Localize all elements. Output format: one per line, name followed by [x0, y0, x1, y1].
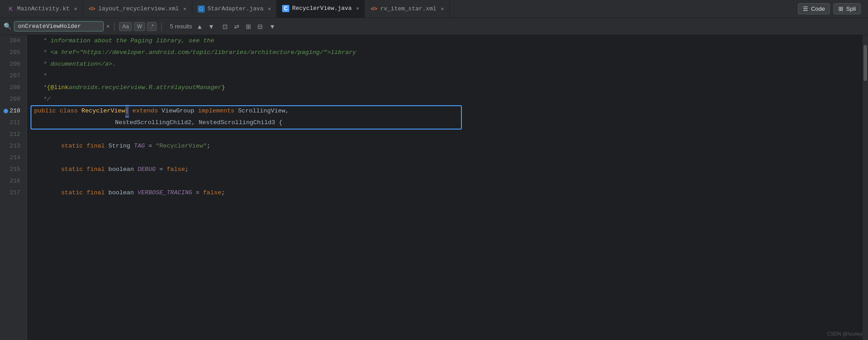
hamburger-icon: ☰: [803, 5, 808, 12]
match-case-button[interactable]: Aa: [119, 22, 132, 31]
code-line-215: static final boolean DEBUG = false ;: [34, 164, 863, 175]
regex-button[interactable]: .*: [147, 22, 157, 31]
line-206: 206: [0, 58, 23, 70]
tabs-right: ☰ Code ⊞ Spli: [798, 3, 866, 14]
whole-word-button[interactable]: W: [134, 22, 145, 31]
scrollbar-thumb[interactable]: [864, 45, 867, 81]
watermark: CSDN @hzulwy: [827, 331, 863, 336]
comment-209: */: [43, 94, 50, 105]
tab-label-recyclerview: RecyclerView.java: [292, 5, 352, 12]
code-label: Code: [811, 5, 825, 12]
filter-button[interactable]: ⊞: [244, 22, 253, 31]
tab-rv-item-star[interactable]: </> rv_item_star.xml ✕: [365, 0, 449, 18]
next-result-button[interactable]: ▼: [206, 22, 216, 31]
replace-button[interactable]: ⇄: [232, 22, 241, 31]
tabs-left: K MainActivity.kt ✕ </> layout_recyclerv…: [2, 0, 450, 18]
line-217: 217: [0, 187, 23, 199]
tab-label-rv-item-star: rv_item_star.xml: [380, 5, 436, 12]
code-line-213: static final String TAG = "RecyclerView"…: [34, 140, 863, 152]
divider-2: [161, 22, 162, 31]
line-205: 205: [0, 47, 23, 58]
line-number-gutter: 204 205 206 207 208 209 210 211 212 213 …: [0, 35, 27, 340]
close-tab-layout[interactable]: ✕: [183, 6, 186, 12]
code-view-button[interactable]: ☰ Code: [798, 3, 830, 14]
tab-main-activity[interactable]: K MainActivity.kt ✕: [2, 0, 83, 18]
comment-208: *: [43, 82, 47, 94]
close-tab-rv-item-star[interactable]: ✕: [441, 6, 444, 12]
code-line-216: [34, 175, 863, 187]
divider-1: [114, 22, 115, 31]
tab-recyclerview-java[interactable]: C RecyclerView.java ✕: [277, 0, 365, 18]
code-line-211: NestedScrollingChild2, NestedScrollingCh…: [34, 117, 863, 129]
code-line-207: *: [34, 70, 863, 82]
line-210: 210: [0, 105, 23, 117]
line-208: 208: [0, 82, 23, 94]
code-line-205: * <a href="https://developer.android.com…: [34, 47, 863, 58]
java-g-icon-star: G: [198, 5, 205, 13]
line-209: 209: [0, 94, 23, 105]
line-211: 211: [0, 117, 23, 129]
tab-layout-recyclerview[interactable]: </> layout_recyclerview.xml ✕: [83, 0, 192, 18]
code-editor[interactable]: * information about the Paging library, …: [27, 35, 863, 340]
xml-icon-rv: </>: [370, 5, 377, 13]
split-label: Spli: [846, 5, 856, 12]
comment-204: * information about the Paging library, …: [43, 35, 214, 47]
search-nav-buttons: ▲ ▼: [195, 22, 216, 31]
settings-search-button[interactable]: ⊟: [256, 22, 265, 31]
close-tab-main-activity[interactable]: ✕: [74, 6, 77, 12]
search-icon: 🔍: [4, 22, 11, 30]
split-view-button[interactable]: ⊞ Spli: [833, 3, 861, 14]
line-204: 204: [0, 35, 23, 47]
comment-207: *: [43, 70, 47, 82]
code-line-214: [34, 152, 863, 164]
tab-label-star-adapter: StarAdapter.java: [208, 5, 264, 12]
search-clear-button[interactable]: ✕: [106, 23, 110, 30]
java-c-icon-recyclerview: C: [282, 5, 289, 12]
code-line-212: [34, 129, 863, 140]
comment-205: * <a href=: [43, 47, 80, 58]
tab-label-layout: layout_recyclerview.xml: [98, 5, 179, 12]
xml-icon-layout: </>: [89, 5, 96, 13]
line-207: 207: [0, 70, 23, 82]
code-line-204: * information about the Paging library, …: [34, 35, 863, 47]
search-bar: 🔍 ✕ Aa W .* 5 results ▲ ▼ ⊡ ⇄ ⊞ ⊟ ▼: [0, 18, 868, 35]
class-name-210: RecyclerView: [81, 105, 125, 117]
line-216: 216: [0, 175, 23, 187]
editor-area: 204 205 206 207 208 209 210 211 212 213 …: [0, 35, 868, 340]
tab-bar: K MainActivity.kt ✕ </> layout_recyclerv…: [0, 0, 868, 18]
close-tab-star[interactable]: ✕: [268, 6, 271, 12]
code-line-206: * documentation</a>.: [34, 58, 863, 70]
search-input[interactable]: [14, 21, 104, 31]
close-tab-recyclerview[interactable]: ✕: [356, 5, 359, 11]
results-count: 5 results: [170, 23, 192, 30]
tab-star-adapter[interactable]: G StarAdapter.java ✕: [192, 0, 277, 18]
code-line-210: public class RecyclerView| extends ViewG…: [34, 105, 863, 117]
code-line-217: static final boolean VERBOSE_TRACING = f…: [34, 187, 863, 199]
scrollbar-track[interactable]: [863, 35, 868, 340]
funnel-button[interactable]: ▼: [267, 22, 277, 31]
prev-result-button[interactable]: ▲: [195, 22, 204, 31]
breakpoint-icon: [4, 109, 8, 113]
code-line-209: */: [34, 94, 863, 105]
kt-icon: K: [7, 5, 14, 13]
open-in-editor-button[interactable]: ⊡: [221, 22, 230, 31]
line-215: 215: [0, 164, 23, 175]
tab-label-main-activity: MainActivity.kt: [17, 5, 70, 12]
line-213: 213: [0, 140, 23, 152]
search-options: Aa W .*: [119, 22, 157, 31]
comment-206: * documentation</a>.: [43, 58, 116, 70]
line-214: 214: [0, 152, 23, 164]
line-212: 212: [0, 129, 23, 140]
split-icon: ⊞: [838, 5, 843, 12]
code-line-208: * {@link androidx.recyclerview.R.attr#la…: [34, 82, 863, 94]
search-tools: ⊡ ⇄ ⊞ ⊟ ▼: [221, 22, 277, 31]
